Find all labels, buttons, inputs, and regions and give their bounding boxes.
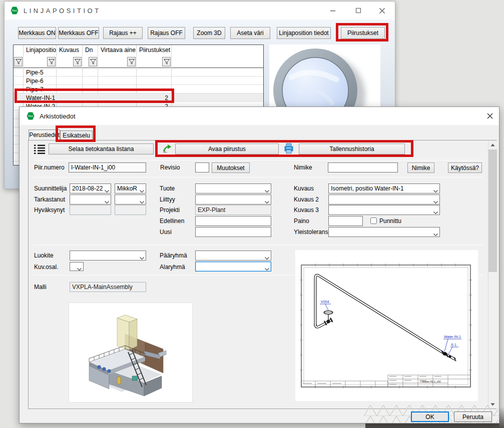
chevron-down-icon bbox=[265, 254, 269, 258]
liittyy-combo[interactable] bbox=[195, 194, 271, 204]
kaytossa-button[interactable]: Käytössä? bbox=[448, 162, 482, 173]
paino-label: Paino bbox=[294, 218, 309, 224]
zoom-3d-button[interactable]: Zoom 3D bbox=[193, 27, 225, 39]
tarkastanut-label: Tarkastanut bbox=[34, 196, 65, 203]
plant-logo-icon: Plant bbox=[11, 6, 19, 14]
svg-text:I-Water-IN-1_i00: I-Water-IN-1_i00 bbox=[420, 380, 440, 383]
close-icon[interactable] bbox=[482, 110, 497, 122]
piir-numero-label: Piir.numero bbox=[34, 164, 65, 171]
kuvaus2-combo[interactable] bbox=[328, 194, 440, 204]
yleistoleranssi-combo[interactable] bbox=[328, 227, 440, 237]
merkkaus-on-button[interactable]: Merkkaus ON bbox=[18, 27, 56, 39]
column-header[interactable]: Kuvaus bbox=[56, 45, 82, 56]
open-drawing-icon[interactable] bbox=[162, 144, 172, 154]
kuvaus3-label: Kuvaus 3 bbox=[294, 206, 319, 214]
column-header[interactable]: Dn bbox=[82, 45, 98, 56]
close-icon[interactable] bbox=[374, 4, 389, 17]
alaryhma-label: Alaryhmä bbox=[160, 264, 185, 270]
column-header[interactable]: Piirustukset bbox=[136, 45, 171, 56]
hyvaksynyt-user-field bbox=[115, 205, 146, 215]
separator bbox=[34, 160, 483, 160]
kuvaus3-combo[interactable] bbox=[328, 205, 440, 215]
filter-funnel-button[interactable] bbox=[47, 57, 56, 66]
alaryhma-combo[interactable] bbox=[195, 262, 271, 272]
ok-button[interactable]: OK bbox=[411, 412, 449, 422]
table-row[interactable]: Pipe-6 bbox=[26, 78, 44, 84]
yleistoleranssi-label: Yleistoleranssi bbox=[294, 228, 332, 236]
muutokset-button[interactable]: Muutokset bbox=[212, 162, 250, 173]
rajaus-off-button[interactable]: Rajaus OFF bbox=[148, 27, 185, 39]
tab-perustiedot[interactable]: Perustiedot bbox=[29, 130, 60, 140]
luokite-label: Luokite bbox=[34, 252, 54, 259]
scrollbar-thumb[interactable] bbox=[488, 150, 497, 272]
aseta-vari-button[interactable]: Aseta väri bbox=[230, 27, 270, 39]
rajaus-plus-button[interactable]: Rajaus ++ bbox=[103, 27, 143, 39]
suunnittelija-date-combo[interactable]: 2018-08-22 bbox=[70, 184, 111, 194]
nimike-field[interactable] bbox=[328, 162, 398, 172]
filter-funnel-button[interactable] bbox=[162, 57, 171, 66]
malli-field: VXPLA-MainAssembly bbox=[70, 282, 146, 292]
chevron-down-icon bbox=[265, 266, 269, 268]
malli-label: Malli bbox=[34, 284, 47, 290]
uusi-field[interactable] bbox=[195, 227, 271, 237]
paaryhma-combo[interactable] bbox=[195, 250, 271, 260]
tuote-combo[interactable] bbox=[195, 184, 271, 194]
revisio-label: Revisio bbox=[160, 164, 180, 171]
piir-numero-field[interactable] bbox=[69, 162, 146, 172]
chevron-down-icon bbox=[433, 188, 438, 190]
scrollbar[interactable] bbox=[488, 141, 496, 408]
tarkastanut-user-combo[interactable] bbox=[115, 194, 146, 204]
column-header[interactable]: Virtaava aine bbox=[98, 45, 136, 56]
chevron-down-icon bbox=[77, 266, 82, 268]
punnittu-checkbox[interactable] bbox=[370, 218, 377, 224]
suunnittelija-user-combo[interactable]: MikkoR bbox=[115, 184, 146, 194]
kuv-osal-combo[interactable] bbox=[70, 262, 84, 271]
chevron-down-icon bbox=[105, 188, 109, 190]
table-row[interactable]: Pipe-5 bbox=[26, 69, 44, 76]
tarkastanut-date-combo[interactable] bbox=[70, 194, 111, 204]
piirustukset-button[interactable]: Piirustukset bbox=[341, 27, 385, 39]
kuv-osal-label: Kuv.osal. bbox=[34, 264, 58, 270]
list-view-icon[interactable] bbox=[34, 144, 45, 154]
avaa-piirustus-button[interactable]: Avaa piirustus bbox=[175, 144, 279, 154]
maximize-icon[interactable] bbox=[351, 4, 366, 17]
column-header[interactable]: Linjapositio bbox=[23, 45, 56, 56]
filter-funnel-button[interactable] bbox=[14, 57, 23, 66]
window-title: LINJAPOSITIOT bbox=[24, 7, 101, 14]
magnifier-image bbox=[269, 44, 380, 108]
edellinen-field[interactable] bbox=[195, 216, 271, 226]
scroll-up-icon[interactable] bbox=[488, 141, 497, 149]
kuvaus-combo[interactable]: Isometri, positio Water-IN-1 bbox=[328, 184, 440, 194]
suunnittelija-label: Suunnittelija bbox=[34, 185, 67, 192]
filter-funnel-button[interactable] bbox=[89, 57, 97, 66]
edellinen-label: Edellinen bbox=[160, 218, 184, 224]
dialog-title: Arkistotiedot bbox=[40, 112, 76, 120]
chevron-down-icon bbox=[140, 188, 144, 190]
luokite-combo[interactable] bbox=[70, 250, 146, 260]
tab-esikatselu[interactable]: Esikatselu bbox=[60, 130, 93, 140]
chevron-down-icon bbox=[433, 231, 438, 234]
tab-panel: Selaa tietokantaa listana Avaa piirustus… bbox=[28, 140, 496, 409]
drawing-preview-image: V004 Water-IN-1 S-1 I-Wa bbox=[295, 250, 478, 401]
table-row[interactable]: Pipe-7 bbox=[26, 86, 44, 93]
minimize-icon[interactable] bbox=[325, 4, 340, 17]
linjaposition-tiedot-button[interactable]: Linjaposition tiedot bbox=[277, 27, 331, 39]
plotter-icon[interactable] bbox=[284, 143, 293, 154]
selaa-tietokantaa-button[interactable]: Selaa tietokantaa listana bbox=[49, 144, 154, 154]
filter-funnel-button[interactable] bbox=[127, 57, 136, 66]
model-preview-image bbox=[69, 302, 193, 402]
merkkaus-off-button[interactable]: Merkkaus OFF bbox=[58, 27, 99, 39]
nimike-button[interactable]: Nimike bbox=[407, 162, 434, 173]
filter-row bbox=[14, 56, 263, 68]
filter-funnel-button[interactable] bbox=[73, 57, 82, 66]
revisio-field[interactable] bbox=[195, 162, 209, 172]
chevron-down-icon bbox=[265, 188, 269, 190]
chevron-down-icon bbox=[433, 198, 438, 202]
table-row[interactable]: Water-IN-1 bbox=[26, 94, 55, 102]
liittyy-label: Liittyy bbox=[160, 196, 175, 203]
tallennushistoria-button[interactable]: Tallennushistoria bbox=[299, 144, 405, 154]
paino-field[interactable] bbox=[328, 216, 363, 226]
cancel-button[interactable]: Peruuta bbox=[454, 412, 492, 422]
separator bbox=[34, 244, 483, 245]
hyvaksynyt-label: Hyväksynyt bbox=[34, 206, 65, 214]
